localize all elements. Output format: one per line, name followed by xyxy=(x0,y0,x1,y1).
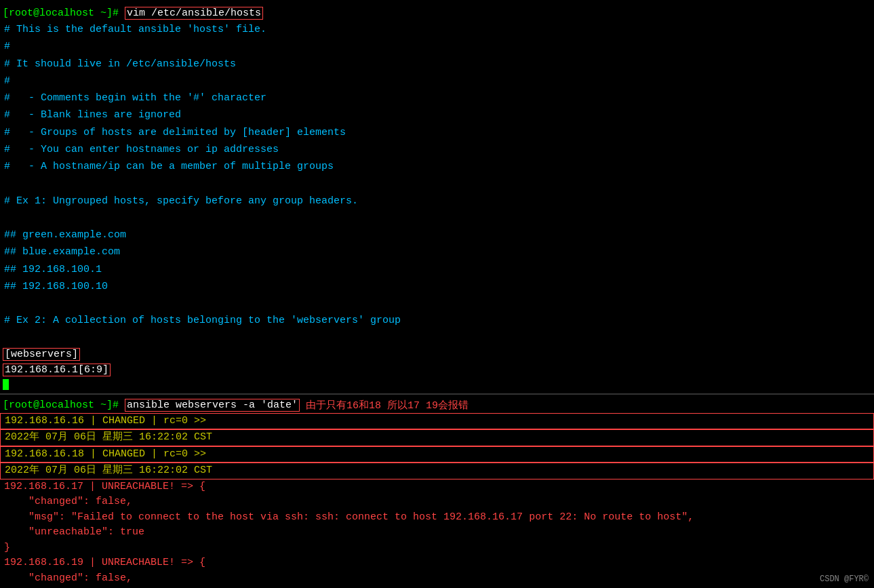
watermark: CSDN @FYR© xyxy=(820,574,869,584)
file-line-12: ## blue.example.com xyxy=(0,243,874,260)
annotation: 由于只有16和18 所以17 19会报错 xyxy=(306,399,469,412)
terminal-cursor xyxy=(3,379,9,390)
file-line-1: # This is the default ansible 'hosts' fi… xyxy=(0,21,874,38)
output-line-2: 2022年 07月 06日 星期三 16:22:02 CST xyxy=(0,429,874,446)
ip-range-label: 192.168.16.1[6:9] xyxy=(5,364,108,376)
output-line-4: 2022年 07月 06日 星期三 16:22:02 CST xyxy=(0,463,874,479)
terminal-window: [root@localhost ~]# vim /etc/ansible/hos… xyxy=(0,0,874,588)
file-line-14: ## 192.168.100.10 xyxy=(0,278,874,295)
unreachable-line-1: 192.168.16.17 | UNREACHABLE! => { xyxy=(0,479,874,495)
webservers-box: [webservers] xyxy=(3,348,80,361)
unreachable-detail-3: "unreachable": true xyxy=(0,525,874,541)
vim-prompt-line: [root@localhost ~]# vim /etc/ansible/hos… xyxy=(0,5,874,21)
file-line-15: # Ex 2: A collection of hosts belonging … xyxy=(0,312,874,329)
file-line-blank1 xyxy=(0,175,874,192)
terminal-section: [root@localhost ~]# ansible webservers -… xyxy=(0,396,874,588)
file-line-10: # Ex 1: Ungrouped hosts, specify before … xyxy=(0,193,874,210)
file-line-6: # - Blank lines are ignored xyxy=(0,106,874,123)
file-line-11: ## green.example.com xyxy=(0,227,874,243)
file-line-8: # - You can enter hostnames or ip addres… xyxy=(0,141,874,158)
file-line-5: # - Comments begin with the '#' characte… xyxy=(0,90,874,106)
unreachable-close-1: } xyxy=(0,541,874,556)
file-line-9: # - A hostname/ip can be a member of mul… xyxy=(0,158,874,175)
file-line-3: # It should live in /etc/ansible/hosts xyxy=(0,56,874,73)
webservers-section: [webservers] xyxy=(0,347,874,362)
output-line-1: 192.168.16.16 | CHANGED | rc=0 >> xyxy=(0,413,874,430)
vim-section: [root@localhost ~]# vim /etc/ansible/hos… xyxy=(0,0,874,392)
vim-command: vim /etc/ansible/hosts xyxy=(125,7,263,20)
unreachable-detail-1: "changed": false, xyxy=(0,494,874,510)
file-line-blank2 xyxy=(0,210,874,227)
file-line-blank3 xyxy=(0,295,874,312)
file-line-7: # - Groups of hosts are delimited by [he… xyxy=(0,124,874,141)
file-line-2: # xyxy=(0,38,874,55)
unreachable-detail-2: "msg": "Failed to connect to the host vi… xyxy=(0,510,874,526)
section-divider xyxy=(0,393,874,395)
vim-prompt: [root@localhost ~]# xyxy=(3,7,119,19)
unreachable-detail-4: "changed": false, xyxy=(0,571,874,587)
cursor-line xyxy=(0,378,874,392)
ip-range-section: 192.168.16.1[6:9] xyxy=(0,362,874,378)
terminal-prompt-line: [root@localhost ~]# ansible webservers -… xyxy=(0,397,874,413)
unreachable-line-2: 192.168.16.19 | UNREACHABLE! => { xyxy=(0,555,874,571)
output-line-3: 192.168.16.18 | CHANGED | rc=0 >> xyxy=(0,446,874,463)
ip-range-box: 192.168.16.1[6:9] xyxy=(3,364,111,376)
file-line-blank4 xyxy=(0,330,874,347)
file-line-13: ## 192.168.100.1 xyxy=(0,261,874,278)
terminal-prompt: [root@localhost ~]# xyxy=(3,399,119,411)
terminal-command: ansible webservers -a 'date' xyxy=(125,399,300,412)
webservers-label: [webservers] xyxy=(5,349,78,360)
file-line-4: # xyxy=(0,73,874,90)
